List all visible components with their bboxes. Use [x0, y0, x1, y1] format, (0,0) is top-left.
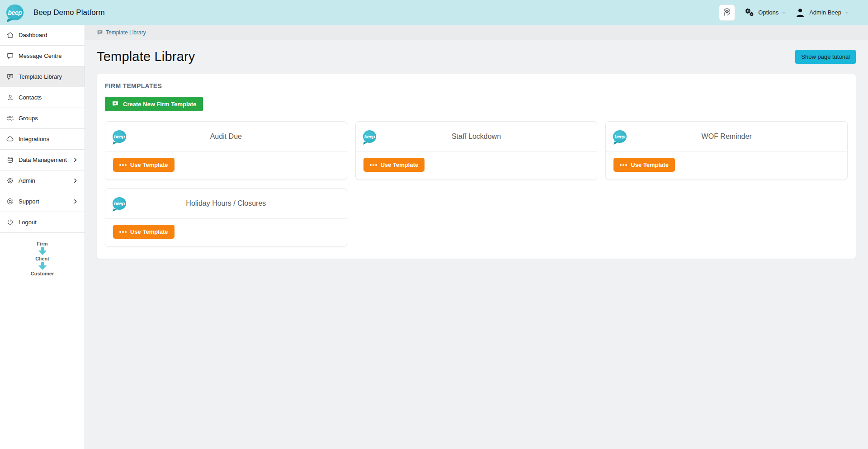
sidebar-item-label: Integrations [19, 136, 49, 142]
beep-logo: beep [6, 5, 24, 21]
chevron-down-icon [782, 12, 786, 14]
show-page-tutorial-button[interactable]: Show page tutorial [795, 50, 856, 64]
chevron-right-icon [72, 157, 78, 163]
create-new-firm-template-button[interactable]: Create New Firm Template [105, 97, 203, 111]
sidebar-item-data-management[interactable]: Data Management [0, 150, 85, 170]
sidebar-item-label: Contacts [19, 94, 42, 101]
breadcrumb: Template Library [85, 25, 868, 40]
page-header: Template Library Show page tutorial [85, 40, 868, 74]
sidebar-item-label: Template Library [19, 73, 62, 80]
sidebar-item-admin[interactable]: Admin [0, 170, 85, 191]
breadcrumb-chat-icon [97, 29, 103, 36]
comment-dots-icon [620, 164, 627, 166]
sidebar: Dashboard Message Centre Template Librar… [0, 25, 85, 449]
hierarchy-level-client: Client [35, 256, 49, 261]
options-label: Options [758, 9, 778, 16]
gears-icon [743, 7, 755, 19]
template-name: WOF Reminder [606, 132, 847, 141]
beep-logo: beep [363, 130, 377, 143]
hierarchy-diagram: FirmClientCustomer [0, 241, 85, 276]
template-card-holiday-hours-closures: beep Holiday Hours / Closures Use Templa… [105, 188, 347, 247]
database-icon [6, 156, 14, 164]
sidebar-item-label: Groups [19, 115, 38, 122]
beep-logo: beep [613, 130, 627, 143]
arrow-down-icon [37, 247, 48, 255]
beep-logo: beep [113, 130, 126, 143]
use-template-button[interactable]: Use Template [613, 158, 675, 172]
create-button-label: Create New Firm Template [123, 101, 196, 108]
template-name: Audit Due [105, 132, 347, 141]
sidebar-item-template-library[interactable]: Template Library [0, 66, 85, 87]
groups-icon [6, 114, 14, 122]
breadcrumb-link[interactable]: Template Library [106, 29, 146, 36]
use-template-button[interactable]: Use Template [363, 158, 425, 172]
sidebar-item-label: Support [19, 198, 39, 205]
contact-icon [6, 94, 14, 101]
template-library-icon [6, 73, 14, 80]
beep-logo-text: beep [8, 9, 22, 16]
template-card-audit-due: beep Audit Due Use Template [105, 121, 347, 180]
page-title: Template Library [97, 49, 195, 64]
hierarchy-level-customer: Customer [31, 271, 54, 276]
hierarchy-level-firm: Firm [37, 241, 48, 246]
main-content: Template Library Template Library Show p… [85, 25, 868, 449]
options-menu[interactable]: Options [743, 7, 786, 19]
sidebar-item-label: Data Management [19, 156, 67, 163]
beep-logo: beep [113, 197, 126, 210]
gear-icon [6, 177, 14, 184]
sidebar-item-label: Admin [19, 177, 35, 184]
topbar-right: Options Admin Beep [719, 5, 862, 21]
sidebar-item-label: Dashboard [19, 32, 47, 38]
chat-plus-icon [112, 100, 119, 108]
power-icon [6, 218, 14, 226]
message-icon [6, 52, 14, 60]
firm-templates-heading: FIRM TEMPLATES [105, 82, 848, 90]
comment-dots-icon [119, 164, 127, 166]
topbar: beep Beep Demo Platform [0, 0, 868, 25]
comment-dots-icon [370, 164, 377, 166]
use-template-button[interactable]: Use Template [113, 158, 175, 172]
sidebar-item-integrations[interactable]: Integrations [0, 129, 85, 150]
arrow-down-icon [37, 262, 48, 270]
sidebar-item-contacts[interactable]: Contacts [0, 87, 85, 108]
sidebar-nav: Dashboard Message Centre Template Librar… [0, 25, 85, 233]
template-card-wof-reminder: beep WOF Reminder Use Template [605, 121, 848, 180]
sidebar-item-label: Message Centre [19, 52, 61, 59]
chevron-right-icon [72, 178, 78, 184]
use-template-button[interactable]: Use Template [113, 225, 175, 239]
home-icon [6, 31, 14, 39]
cloud-icon [6, 135, 14, 143]
sidebar-item-dashboard[interactable]: Dashboard [0, 25, 85, 46]
sidebar-item-support[interactable]: Support [0, 191, 85, 212]
template-name: Holiday Hours / Closures [105, 199, 347, 208]
ai-assistant-button[interactable] [719, 5, 735, 21]
firm-templates-panel: FIRM TEMPLATES Create New Firm Template … [97, 74, 856, 259]
sidebar-item-label: Logout [19, 219, 37, 226]
templates-grid: beep Audit Due Use Template beep Staff L… [105, 121, 848, 247]
sidebar-item-message-centre[interactable]: Message Centre [0, 46, 85, 66]
user-name: Admin Beep [809, 9, 841, 16]
template-name: Staff Lockdown [356, 132, 597, 141]
ai-head-gear-icon [722, 6, 732, 19]
chevron-down-icon [844, 12, 849, 14]
chevron-right-icon [72, 199, 78, 204]
comment-dots-icon [119, 231, 127, 233]
sidebar-item-logout[interactable]: Logout [0, 212, 85, 233]
user-menu[interactable]: Admin Beep [794, 7, 849, 19]
template-card-staff-lockdown: beep Staff Lockdown Use Template [355, 121, 598, 180]
app-title: Beep Demo Platform [33, 8, 105, 17]
user-icon [794, 7, 806, 19]
sidebar-item-groups[interactable]: Groups [0, 108, 85, 129]
life-ring-icon [6, 198, 14, 205]
